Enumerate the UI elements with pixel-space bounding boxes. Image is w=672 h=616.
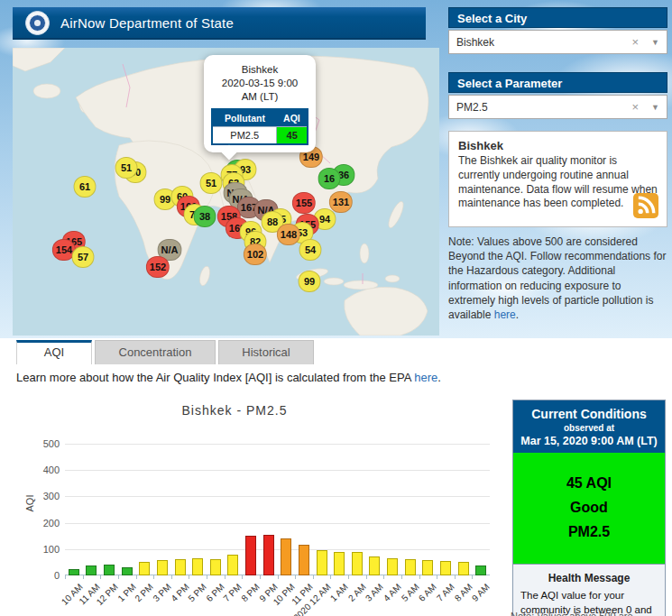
cc-health-title: Health Message xyxy=(520,572,658,584)
aqi-bar xyxy=(192,558,203,575)
learn-more-suffix: . xyxy=(437,371,441,384)
x-tick-mark xyxy=(401,575,402,579)
aqi-bar xyxy=(387,558,398,575)
aqi-map-marker[interactable]: 148 xyxy=(277,224,300,245)
aqi-bar xyxy=(317,550,327,575)
select-parameter-header: Select a Parameter xyxy=(448,72,667,93)
y-tick-label: 300 xyxy=(29,491,60,501)
map-popup[interactable]: Bishkek 2020-03-15 9:00 AM (LT) Pollutan… xyxy=(204,55,316,152)
parameter-caret-icon[interactable]: ▼ xyxy=(651,103,659,112)
x-tick-mark xyxy=(225,575,226,579)
aqi-map-marker[interactable]: 57 xyxy=(72,246,95,268)
x-tick-label: 1 AM xyxy=(328,582,350,603)
y-tick-label: 200 xyxy=(29,518,60,529)
aqi-bar xyxy=(157,560,168,575)
x-tick-mark xyxy=(118,575,119,579)
parameter-select[interactable]: PM2.5 × ▼ xyxy=(448,95,667,119)
learn-more-line: Learn more about how the Air Quality Ind… xyxy=(16,371,441,384)
note-suffix: . xyxy=(516,308,519,321)
tab-aqi[interactable]: AQI xyxy=(16,340,92,364)
x-tick-mark xyxy=(153,575,154,579)
aqi-bar xyxy=(122,567,133,575)
x-tick-mark xyxy=(136,575,137,579)
aqi-map-marker[interactable]: 61 xyxy=(74,176,97,198)
app-title: AirNow Department of State xyxy=(60,15,234,31)
popup-aqi-value: 45 xyxy=(277,126,308,144)
x-tick-mark xyxy=(419,575,420,579)
x-tick-mark xyxy=(472,575,473,579)
app-header: AirNow Department of State xyxy=(13,7,426,40)
city-clear-icon[interactable]: × xyxy=(631,35,639,49)
aqi-map-marker[interactable]: 131 xyxy=(329,191,353,213)
aqi-map-marker[interactable]: 155 xyxy=(292,192,316,214)
x-tick-label: 1 PM xyxy=(115,582,137,603)
aqi-map-marker[interactable]: 152 xyxy=(146,256,170,278)
x-tick-label: 2 PM xyxy=(133,582,155,603)
cc-aqi-category: Good xyxy=(517,495,661,519)
aqi-bar xyxy=(352,552,363,575)
x-tick-label: 7 AM xyxy=(435,582,456,603)
aqi-map-marker[interactable]: 102 xyxy=(244,244,267,265)
popup-datetime: 2020-03-15 9:00 xyxy=(210,77,309,90)
popup-datetime-2: AM (LT) xyxy=(210,90,309,104)
x-tick-label: 8 PM xyxy=(240,582,262,603)
x-tick-mark xyxy=(83,575,84,579)
city-info-box: Bishkek The Bishkek air quality monitor … xyxy=(448,131,667,227)
x-tick-mark xyxy=(437,575,437,579)
parameter-select-value: PM2.5 xyxy=(456,101,631,114)
cc-health-panel: Health Message The AQI value for your co… xyxy=(513,564,665,616)
city-select-value: Bishkek xyxy=(456,36,631,49)
x-tick-label: 6 PM xyxy=(204,582,226,603)
learn-more-here-link[interactable]: here xyxy=(414,371,437,384)
bar-chart-plot xyxy=(65,444,490,575)
aqi-bar xyxy=(245,536,256,575)
cc-aqi-value: 45 AQI xyxy=(517,471,661,495)
x-tick-label: 3 AM xyxy=(364,582,385,603)
aqi-map-marker[interactable]: 38 xyxy=(194,206,216,227)
aqi-bar xyxy=(299,545,309,575)
aqi-bar xyxy=(69,569,79,575)
aqi-map-marker[interactable]: 99 xyxy=(299,271,321,292)
x-tick-mark xyxy=(366,575,367,579)
aqi-bar xyxy=(139,562,150,575)
tab-historical[interactable]: Historical xyxy=(218,340,314,364)
x-axis-labels: 10 AM11 AM12 PM1 PM2 PM3 PM4 PM5 PM6 PM7… xyxy=(65,580,490,616)
rss-icon[interactable] xyxy=(633,193,658,218)
gridline xyxy=(65,444,490,445)
x-tick-mark xyxy=(348,575,349,579)
aqi-map-marker[interactable]: 54 xyxy=(299,239,322,261)
aqi-bar xyxy=(475,565,486,575)
city-select[interactable]: Bishkek × ▼ xyxy=(448,30,667,54)
aqi-map-marker[interactable]: 51 xyxy=(200,172,223,194)
world-map[interactable]: 5051611494937763513616N/AN/A9960160167N/… xyxy=(13,48,439,336)
chart-title: Bishkek - PM2.5 xyxy=(90,403,379,418)
learn-more-text: Learn more about how the Air Quality Ind… xyxy=(16,371,414,384)
select-city-header: Select a City xyxy=(448,7,667,28)
x-tick-mark xyxy=(313,575,314,579)
current-conditions-box: Current Conditions observed at Mar 15, 2… xyxy=(512,400,666,616)
aqi-bar xyxy=(422,560,433,575)
note-text: Note: Values above 500 are considered Be… xyxy=(448,235,666,321)
x-tick-label: 5 PM xyxy=(187,582,208,603)
info-city-title: Bishkek xyxy=(458,139,658,152)
cc-clipped-note: Note: Values above 500 are considered xyxy=(511,611,669,616)
gridline xyxy=(65,523,490,524)
aqi-bar xyxy=(175,559,186,575)
x-tick-label: 5 AM xyxy=(400,582,421,603)
x-tick-label: 4 AM xyxy=(382,582,403,603)
aqi-bar xyxy=(210,559,221,575)
cc-aqi-panel: 45 AQI Good PM2.5 xyxy=(513,453,665,564)
cc-observed-at: observed at xyxy=(517,423,661,433)
aqi-bar xyxy=(281,538,291,575)
aqi-bar xyxy=(263,535,274,575)
note-here-link[interactable]: here xyxy=(494,308,516,321)
aqi-map-marker[interactable]: 16 xyxy=(318,168,341,189)
aqi-bar xyxy=(440,561,451,575)
city-caret-icon[interactable]: ▼ xyxy=(651,38,659,47)
aqi-map-marker[interactable]: 51 xyxy=(115,157,138,179)
cc-parameter: PM2.5 xyxy=(517,519,661,544)
parameter-clear-icon[interactable]: × xyxy=(631,100,639,114)
dos-seal-icon xyxy=(25,11,50,35)
aqi-bar xyxy=(104,565,115,575)
tab-concentration[interactable]: Concentration xyxy=(95,340,216,364)
